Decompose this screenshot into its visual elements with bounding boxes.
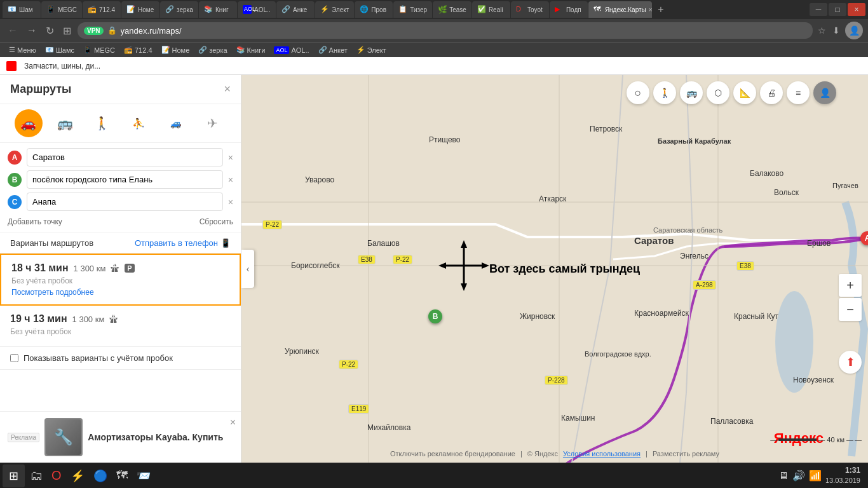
tab-home[interactable]: 📝 Номе: [121, 1, 159, 18]
home-button[interactable]: ⊞: [60, 24, 74, 38]
bookmark-home[interactable]: 📝 Номе: [158, 44, 194, 57]
tab-close-icon[interactable]: ×: [649, 6, 652, 13]
sidebar: Маршруты × 🚗 🚌 🚶 ⛹ 🚙 ✈ A × B × C: [0, 75, 241, 463]
route-2-distance: 1 300 км: [72, 315, 105, 324]
forward-button[interactable]: →: [24, 24, 39, 37]
ad-title[interactable]: Амортизаторы Kayaba. Купить: [88, 432, 233, 442]
ad-close-button[interactable]: ×: [230, 417, 236, 428]
route-point-b-input[interactable]: [27, 170, 223, 189]
transport-car-button[interactable]: 🚗: [15, 109, 43, 137]
tab-elect[interactable]: ⚡ Элект: [315, 1, 354, 18]
map-user-avatar[interactable]: 👤: [813, 81, 836, 104]
tab-books[interactable]: 📚 Книг: [199, 1, 237, 18]
bookmark-elect[interactable]: ⚡ Элект: [353, 44, 390, 57]
traffic-checkbox[interactable]: [10, 354, 18, 362]
taskbar-mail[interactable]: 📨: [133, 464, 154, 487]
taskbar-app4[interactable]: 🔵: [90, 464, 111, 487]
bookmark-menu[interactable]: ☰ Меню: [5, 44, 40, 57]
route-1-parking-icon: P: [125, 264, 134, 273]
compass-button[interactable]: ⬆: [839, 351, 862, 374]
reset-route-button[interactable]: Сбросить: [200, 217, 233, 226]
send-to-phone-button[interactable]: Отправить в телефон 📱: [135, 238, 231, 248]
zoom-out-button[interactable]: −: [839, 298, 862, 321]
taskbar-opera[interactable]: O: [48, 464, 65, 487]
transport-bike-button[interactable]: ⛹: [125, 109, 153, 137]
refresh-button[interactable]: ↻: [43, 24, 57, 38]
place-ad-link[interactable]: Разместить рекламу: [653, 450, 719, 458]
map-tool-ruler[interactable]: 📐: [733, 81, 756, 104]
bookmark-shams[interactable]: 📧 Шамс: [41, 44, 78, 57]
map-area[interactable]: Ртищево Петровск Базарный Карабулак Бала…: [241, 75, 868, 463]
bookmark-megc[interactable]: 📱 MEGC: [79, 44, 119, 57]
map-tool-transport[interactable]: 🚌: [680, 81, 703, 104]
route-point-a-clear[interactable]: ×: [228, 152, 233, 163]
close-button[interactable]: ×: [848, 3, 865, 16]
city-engels: Энгельс: [680, 252, 709, 261]
tab-tizer[interactable]: 📋 Тизер: [393, 1, 432, 18]
map-tool-layers[interactable]: ⬡: [707, 81, 729, 104]
taskbar-maps[interactable]: 🗺: [112, 464, 132, 487]
route-point-b-clear[interactable]: ×: [228, 175, 233, 185]
tab-aol[interactable]: AOL AOL..: [238, 1, 276, 18]
route-point-c-clear[interactable]: ×: [228, 197, 233, 207]
bookmark-aol[interactable]: AOL AOL..: [270, 44, 313, 57]
tab-megc[interactable]: 📱 MEGC: [41, 1, 82, 18]
route-point-a-input[interactable]: [27, 148, 223, 166]
taskbar-app3[interactable]: ⚡: [67, 464, 88, 487]
tab-mirror[interactable]: 🔗 зерка: [160, 1, 198, 18]
minimize-button[interactable]: ─: [810, 3, 827, 16]
traffic-label[interactable]: Показывать варианты с учётом пробок: [24, 353, 173, 363]
new-tab-button[interactable]: +: [653, 1, 669, 18]
download-icon[interactable]: ⬇: [831, 24, 841, 37]
taskbar-explorer[interactable]: 🗂: [26, 464, 46, 487]
browser-chrome: 📧 Шам 📱 MEGC 📻 712.4 📝 Номе 🔗 зерка 📚 Кн…: [0, 0, 868, 57]
tab-toyota[interactable]: D Toyot: [511, 1, 549, 18]
disable-branding-link[interactable]: Отключить рекламное брендирование: [390, 450, 515, 458]
address-bar-container: VPN 🔒: [78, 22, 813, 39]
tab-yandex-maps[interactable]: 🗺 Яндекс.Карты ×: [588, 1, 652, 18]
route-variant-1[interactable]: 18 ч 31 мин 1 300 км 🛣 P Без учёта пробо…: [0, 254, 241, 306]
map-tool-menu[interactable]: ≡: [787, 81, 810, 104]
tab-tease[interactable]: 🌿 Tease: [433, 1, 471, 18]
transport-bus-button[interactable]: 🚌: [51, 109, 79, 137]
tab-gmail[interactable]: 📧 Шам: [3, 1, 41, 18]
city-uvarovo: Уварово: [305, 175, 334, 184]
bookmark-books[interactable]: 📚 Книги: [233, 44, 269, 57]
route-1-detail-link[interactable]: Посмотреть подробнее: [11, 288, 229, 297]
tab-prov[interactable]: 🌐 Пров: [355, 1, 393, 18]
route-actions: Добавить точку Сбросить: [8, 215, 233, 227]
add-point-button[interactable]: Добавить точку: [8, 217, 62, 226]
yandex-copyright: © Яндекс: [527, 450, 558, 458]
collapse-sidebar-button[interactable]: ‹: [241, 250, 254, 288]
map-tool-pedestrian[interactable]: 🚶: [653, 81, 676, 104]
start-button[interactable]: ⊞: [3, 464, 25, 487]
tab-anke[interactable]: 🔗 Анке: [276, 1, 315, 18]
yandex-promo-text: Запчасти, шины, ди...: [24, 62, 100, 71]
city-zhirnovsk: Жирновск: [520, 312, 555, 321]
bookmark-712[interactable]: 📻 712.4: [120, 44, 156, 57]
transport-car2-button[interactable]: 🚙: [161, 109, 189, 137]
route-1-distance: 1 300 км: [74, 264, 106, 273]
phone-icon: 📱: [220, 238, 231, 248]
profile-avatar[interactable]: 👤: [845, 22, 863, 39]
terms-link[interactable]: Условия использования: [563, 450, 641, 458]
route-point-c-input[interactable]: [27, 193, 223, 211]
tab-youtube[interactable]: ▶ Подп: [550, 1, 588, 18]
city-pallasovka: Палласовка: [710, 417, 753, 426]
transport-plane-button[interactable]: ✈: [198, 109, 226, 137]
back-button[interactable]: ←: [5, 24, 20, 37]
bookmark-mirror[interactable]: 🔗 зерка: [194, 44, 231, 57]
address-input[interactable]: [121, 26, 806, 36]
map-tool-circle[interactable]: ○: [627, 81, 649, 104]
tab-712[interactable]: 📻 712.4: [83, 1, 121, 18]
road-p22-1: Р-22: [262, 220, 282, 229]
map-tool-print[interactable]: 🖨: [760, 81, 783, 104]
maximize-button[interactable]: □: [829, 3, 846, 16]
tab-reali[interactable]: ✅ Reali: [472, 1, 510, 18]
zoom-in-button[interactable]: +: [839, 274, 862, 297]
bookmark-anket[interactable]: 🔗 Анкет: [315, 44, 351, 57]
bookmark-star-icon[interactable]: ☆: [817, 24, 827, 37]
route-variant-2[interactable]: 19 ч 13 мин 1 300 км 🛣 Без учёта пробок: [0, 306, 241, 347]
sidebar-close-button[interactable]: ×: [224, 83, 231, 96]
transport-walk-button[interactable]: 🚶: [88, 109, 116, 137]
